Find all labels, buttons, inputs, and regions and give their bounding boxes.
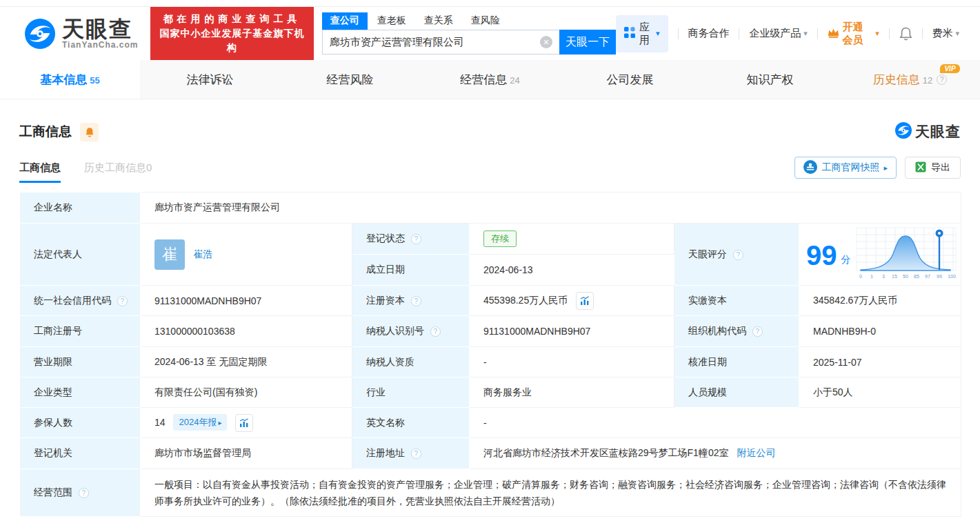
site-header: 天眼查 TianYanCha.com 都在用的商业查询工具 国家中小企业发展子基… (0, 7, 980, 60)
reg-authority-label: 登记机关 (20, 438, 141, 469)
vip-badge: VIP (940, 64, 959, 73)
search-button[interactable]: 天眼一下 (559, 30, 616, 55)
business-scope-label: 经营范围 ? (20, 469, 141, 517)
chevron-down-icon: ▾ (803, 29, 808, 38)
tab-operation-risk[interactable]: 经营风险 (280, 60, 420, 99)
nav-item-business-coop[interactable]: 商务合作 (688, 27, 729, 40)
score-unit: 分 (841, 254, 851, 266)
promo-line2: 国家中小企业发展子基金旗下机构 (159, 26, 305, 55)
search-tab-boss[interactable]: 查老板 (369, 12, 414, 30)
legal-rep-avatar[interactable]: 崔 (154, 239, 185, 270)
tab-basic-info[interactable]: 基本信息 55 (0, 60, 140, 99)
search-input[interactable] (322, 30, 559, 55)
reg-number-value: 131000000103638 (141, 316, 352, 347)
user-menu[interactable]: 费米 ▾ (932, 27, 959, 40)
help-icon[interactable]: ? (752, 326, 763, 337)
tianyancha-logo-icon (25, 19, 55, 49)
help-icon[interactable]: ? (411, 296, 421, 306)
help-icon[interactable]: ? (411, 234, 421, 244)
promo-banner: 都在用的商业查询工具 国家中小企业发展子基金旗下机构 (150, 7, 313, 60)
tab-legal-litigation[interactable]: 法律诉讼 (140, 60, 280, 99)
english-name-label: 英文名称 (352, 408, 470, 438)
official-snapshot-button[interactable]: 工商官网快照 ▸ (794, 157, 897, 179)
tab-operation-info[interactable]: 经营信息 24 (420, 60, 560, 99)
help-icon[interactable]: ? (411, 449, 421, 459)
subtab-business-info[interactable]: 工商信息 (19, 161, 61, 183)
watermark-text: 天眼查 (915, 122, 961, 141)
subtab-row: 工商信息 历史工商信息0 工商官网快照 ▸ (19, 158, 961, 183)
insured-chart-icon[interactable] (235, 414, 253, 432)
annual-report-badge[interactable]: 2024年报 ▸ (173, 414, 227, 431)
status-badge: 存续 (483, 230, 517, 247)
industry-label: 行业 (352, 377, 470, 408)
enterprise-label: 企业级产品 (749, 27, 801, 40)
score-cell: 99 分 (799, 224, 961, 286)
nav-item-enterprise-products[interactable]: 企业级产品 ▾ (749, 27, 808, 40)
crown-icon (828, 28, 839, 40)
table-row: 企业名称 廊坊市资产运营管理有限公司 (20, 193, 961, 224)
company-type-label: 企业类型 (20, 377, 141, 408)
svg-text:0: 0 (859, 274, 862, 279)
help-icon[interactable]: ? (117, 296, 128, 306)
business-term-label: 营业期限 (20, 347, 141, 377)
svg-text:15: 15 (892, 274, 897, 279)
nav-divider (817, 28, 818, 39)
open-vip-button[interactable]: 开通会员 ▾ (828, 21, 879, 47)
apps-grid-icon (624, 27, 635, 40)
notification-bell-icon[interactable] (899, 27, 912, 41)
search-tabs: 查公司 查老板 查关系 查风险 (322, 12, 616, 30)
help-icon[interactable]: ? (430, 326, 441, 337)
tab-count: 24 (510, 75, 519, 86)
reg-capital-cell: 455398.25万人民币 (470, 286, 674, 316)
clear-icon[interactable]: ✕ (540, 36, 552, 48)
section-title: 工商信息 (19, 123, 72, 141)
promo-line1: 都在用的商业查询工具 (159, 12, 305, 26)
taxpayer-id-value: 91131000MADNHB9H07 (470, 316, 674, 347)
chevron-down-icon: ▾ (955, 29, 959, 38)
reg-number-label: 工商注册号 (20, 316, 141, 347)
search-tab-relation[interactable]: 查关系 (416, 12, 461, 30)
nav-divider (922, 28, 923, 39)
tab-count: 55 (90, 75, 99, 86)
table-row: 企业类型 有限责任公司(国有独资) 行业 商务服务业 人员规模 小于50人 (20, 377, 961, 408)
main-tab-bar: 基本信息 55 法律诉讼 经营风险 经营信息 24 公司发展 知识产权 VIP … (0, 60, 980, 99)
tab-label: 法律诉讼 (187, 72, 234, 88)
search-tab-company[interactable]: 查公司 (322, 12, 368, 30)
reg-address-label: 注册地址 ? (352, 438, 470, 469)
help-icon[interactable]: ? (733, 250, 743, 260)
watermark-logo: 天眼查 (895, 122, 961, 141)
stamp-icon (803, 160, 817, 176)
export-button[interactable]: 导出 (905, 157, 961, 179)
subscribe-bell-icon[interactable] (80, 123, 99, 141)
insured-count-value: 14 (154, 416, 166, 427)
tab-intellectual-property[interactable]: 知识产权 (700, 60, 840, 99)
help-icon[interactable]: ? (79, 488, 89, 498)
reg-authority-value: 廊坊市市场监督管理局 (141, 438, 352, 469)
nav-divider (889, 28, 890, 39)
credit-code-value: 91131000MADNHB9H07 (141, 286, 352, 316)
excel-icon (915, 161, 926, 175)
tab-label: 经营风险 (327, 72, 374, 88)
search-area: 查公司 查老板 查关系 查风险 ✕ 天眼一下 (322, 12, 616, 55)
nearby-companies-link[interactable]: 附近公司 (737, 447, 775, 458)
reg-capital-value: 455398.25万人民币 (483, 294, 568, 305)
svg-text:97: 97 (925, 274, 930, 279)
insured-count-cell: 14 2024年报 ▸ (141, 408, 352, 438)
score-distribution-chart[interactable]: 0 1 3 15 50 85 97 99 100 (855, 226, 959, 284)
apps-menu[interactable]: 应用 ▾ (616, 15, 668, 52)
search-tab-risk[interactable]: 查风险 (463, 12, 508, 30)
tab-company-development[interactable]: 公司发展 (560, 60, 700, 99)
reg-status-label: 登记状态 ? (352, 224, 470, 255)
tab-history-info[interactable]: VIP 历史信息 12 ? (840, 60, 980, 99)
reg-status-value: 存续 (470, 224, 674, 255)
label-text: 注册资本 (366, 295, 405, 306)
capital-chart-icon[interactable] (576, 292, 594, 310)
legal-rep-link[interactable]: 崔浩 (193, 248, 212, 261)
legal-rep-label: 法定代表人 (20, 224, 141, 286)
site-logo[interactable]: 天眼查 TianYanCha.com (25, 18, 138, 50)
help-icon[interactable]: ? (937, 75, 947, 85)
subtab-history-business-info[interactable]: 历史工商信息0 (84, 161, 152, 183)
paid-capital-value: 345842.67万人民币 (799, 286, 961, 316)
apps-label: 应用 (639, 21, 652, 47)
vip-label: 开通会员 (843, 21, 872, 47)
